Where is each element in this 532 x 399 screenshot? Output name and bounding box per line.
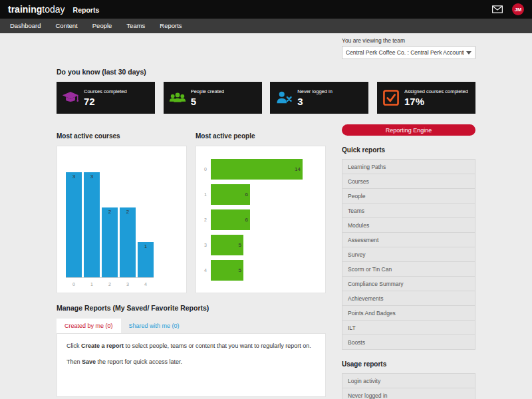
stat-card-never-logged-in: Never logged in3 xyxy=(270,82,368,114)
bar-value-label: 5 xyxy=(239,267,241,273)
quick-reports-list: Learning PathsCoursesPeopleTeamsModulesA… xyxy=(342,159,475,350)
stat-card-assigned-courses-completed: Assigned courses completed17% xyxy=(377,82,475,114)
people-bar-row-3: 35 xyxy=(200,235,319,255)
people-bar-row-2: 26 xyxy=(200,209,319,230)
right-column: Reporting Engine Quick reports Learning … xyxy=(342,124,475,399)
x-axis-label: 2 xyxy=(102,282,118,287)
people-bar-row-4: 45 xyxy=(200,260,319,281)
instruction-text: Click Create a report to select people, … xyxy=(66,342,316,349)
people-chart-title: Most active people xyxy=(196,132,326,140)
report-link-boosts[interactable]: Boosts xyxy=(342,335,475,350)
nav-item-dashboard[interactable]: Dashboard xyxy=(3,19,48,33)
courses-chart-block: Most active courses 33221 01234 xyxy=(57,124,187,293)
nav-item-teams[interactable]: Teams xyxy=(119,19,152,33)
y-axis-label: 0 xyxy=(200,167,211,172)
bar-value-label: 2 xyxy=(102,207,118,215)
checked-box-icon xyxy=(382,89,400,106)
chevron-down-icon xyxy=(466,51,471,55)
charts-row: Most active courses 33221 01234 Most act… xyxy=(57,124,326,293)
people-bar-1: 6 xyxy=(211,184,250,205)
text-segment: to select people, teams or content that … xyxy=(124,342,311,349)
y-axis-label: 3 xyxy=(200,243,211,247)
stat-card-value: 17% xyxy=(404,96,468,107)
x-axis-label: 3 xyxy=(120,282,136,287)
bar-value-label: 3 xyxy=(84,172,100,180)
stat-card-label: Never logged in xyxy=(297,88,332,94)
avatar[interactable]: JM xyxy=(512,3,524,15)
stat-card-text: People created5 xyxy=(191,88,224,107)
stat-card-label: People created xyxy=(191,88,224,94)
bar-value-label: 6 xyxy=(245,217,248,223)
report-link-scorm-or-tin-can[interactable]: Scorm or Tin Can xyxy=(342,262,475,277)
manage-reports-heading: Manage Reports (My Saved/ Favorite Repor… xyxy=(57,304,326,312)
stat-card-label: Assigned courses completed xyxy=(404,88,468,94)
report-link-courses[interactable]: Courses xyxy=(342,174,475,189)
courses-chart-axis: 01234 xyxy=(66,282,154,287)
mail-icon[interactable] xyxy=(492,5,503,13)
bar-value-label: 6 xyxy=(245,192,248,198)
y-axis-label: 4 xyxy=(200,268,211,273)
courses-chart-plot: 33221 xyxy=(66,172,154,278)
stat-card-text: Assigned courses completed17% xyxy=(404,88,468,107)
report-link-compliance-summary[interactable]: Compliance Summary xyxy=(342,277,475,291)
people-bar-4: 5 xyxy=(211,260,243,281)
report-link-achievements[interactable]: Achievements xyxy=(342,291,475,306)
nav-item-reports[interactable]: Reports xyxy=(152,19,189,33)
course-bar-4: 1 xyxy=(138,242,154,277)
people-chart-block: Most active people 01416263545 xyxy=(196,124,326,293)
report-link-login-activity[interactable]: Login activity xyxy=(342,374,475,388)
quick-reports-heading: Quick reports xyxy=(342,146,475,154)
manage-reports-section: Manage Reports (My Saved/ Favorite Repor… xyxy=(57,304,326,397)
report-link-assessment[interactable]: Assessment xyxy=(342,233,475,247)
left-column: Most active courses 33221 01234 Most act… xyxy=(57,124,326,399)
main-columns: Most active courses 33221 01234 Most act… xyxy=(57,124,475,399)
usage-reports-heading: Usage reports xyxy=(342,360,475,368)
people-bar-row-0: 014 xyxy=(200,159,319,180)
course-bar-3: 2 xyxy=(120,207,136,277)
report-link-points-and-badges[interactable]: Points And Badges xyxy=(342,306,475,321)
course-bar-1: 3 xyxy=(84,172,100,277)
nav-item-people[interactable]: People xyxy=(85,19,120,33)
nav-item-content[interactable]: Content xyxy=(48,19,84,33)
tab-shared-with-me-0[interactable]: Shared with me (0) xyxy=(121,319,188,333)
stat-card-label: Courses completed xyxy=(84,88,127,94)
bar-value-label: 5 xyxy=(239,242,241,248)
nav-bar: DashboardContentPeopleTeamsReports xyxy=(0,19,532,33)
x-axis-label: 0 xyxy=(66,282,82,287)
report-link-modules[interactable]: Modules xyxy=(342,218,475,233)
team-select-value: Central Perk Coffee Co. : Central Perk A… xyxy=(346,49,464,56)
logo-today: today xyxy=(42,4,65,15)
report-link-learning-paths[interactable]: Learning Paths xyxy=(342,160,475,174)
reporting-engine-button[interactable]: Reporting Engine xyxy=(342,124,475,136)
page-content: You are viewing the team Central Perk Co… xyxy=(0,37,532,399)
stat-card-people-created: People created5 xyxy=(164,82,262,114)
course-bar-0: 3 xyxy=(66,172,82,277)
text-segment-bold: Create a report xyxy=(81,342,124,349)
y-axis-label: 2 xyxy=(200,217,211,222)
report-link-survey[interactable]: Survey xyxy=(342,247,475,262)
report-link-ilt[interactable]: ILT xyxy=(342,321,475,335)
stat-card-value: 3 xyxy=(297,96,332,107)
topbar-section-title: Reports xyxy=(73,5,100,14)
report-link-teams[interactable]: Teams xyxy=(342,203,475,218)
team-selector-block: You are viewing the team Central Perk Co… xyxy=(342,37,475,59)
tab-created-by-me-0[interactable]: Created by me (0) xyxy=(57,319,121,333)
bar-value-label: 2 xyxy=(120,207,136,215)
people-bar-2: 6 xyxy=(211,209,250,230)
bar-value-label: 1 xyxy=(138,242,154,249)
app-logo: trainingtoday xyxy=(8,4,65,15)
report-link-never-logged-in[interactable]: Never logged in xyxy=(342,388,475,399)
courses-chart: 33221 01234 xyxy=(57,146,187,293)
person-x-icon xyxy=(275,89,293,106)
text-segment: Then xyxy=(66,358,82,365)
instruction-text: Then Save the report for quick access la… xyxy=(66,358,316,365)
usage-reports-list: Login activityNever logged in xyxy=(342,373,475,399)
report-link-people[interactable]: People xyxy=(342,189,475,203)
manage-tabs: Created by me (0)Shared with me (0) xyxy=(57,319,326,333)
people-bar-3: 5 xyxy=(211,235,243,255)
bar-value-label: 14 xyxy=(295,166,301,172)
x-axis-label: 4 xyxy=(138,282,154,287)
team-select-dropdown[interactable]: Central Perk Coffee Co. : Central Perk A… xyxy=(342,46,475,59)
top-bar: trainingtoday Reports JM xyxy=(0,0,532,19)
stat-card-courses-completed: Courses completed72 xyxy=(57,82,155,114)
